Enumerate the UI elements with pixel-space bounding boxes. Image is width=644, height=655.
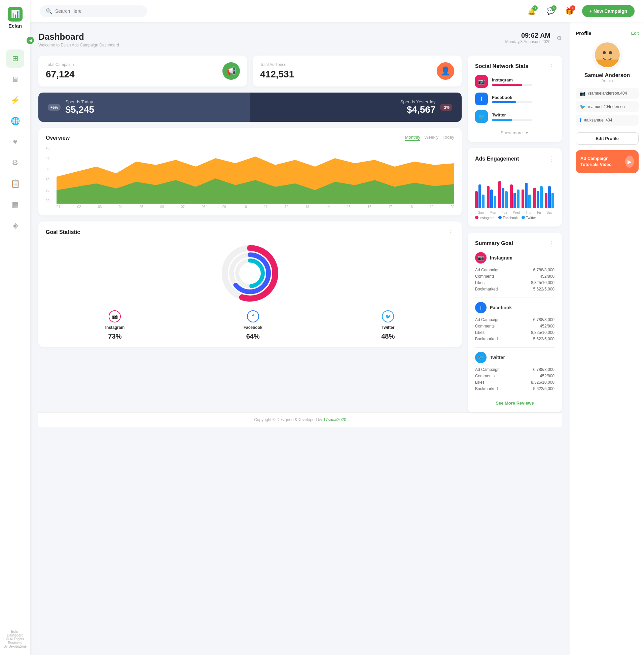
twitter-icon: 🐦 <box>475 110 488 123</box>
avatar-wrap <box>576 41 639 68</box>
sidebar-footer-by: By DexignZone <box>3 645 28 648</box>
show-more-btn[interactable]: Show more ▼ <box>475 128 554 135</box>
social-row-instagram: 📷 Instagram <box>475 75 554 88</box>
sidebar-item-heart[interactable]: ♥ <box>6 133 24 151</box>
sidebar-footer: Eclan Dashboard © All Rights Reserved By… <box>0 630 30 648</box>
profile-edit-link[interactable]: Edit <box>631 31 639 36</box>
right-panel: Profile Edit Samuel Anderson Admin <box>570 22 644 655</box>
summary-facebook-row: f Facebook <box>475 302 554 313</box>
bar-sat-tw <box>551 193 554 208</box>
donut-legend: 📷 Instagram 73% f Facebook 64% 🐦 <box>46 310 454 340</box>
ads-engagement-menu-btn[interactable]: ⋮ <box>548 155 554 163</box>
total-audience-card: Total Audience 412,531 👤 <box>253 55 462 87</box>
handle-instagram-icon: 📷 <box>580 91 585 96</box>
sidebar-item-dashboard[interactable]: ⊞ <box>6 49 24 68</box>
sidebar-item-clipboard[interactable]: 📋 <box>6 175 24 193</box>
bar-sat-ig <box>545 193 547 208</box>
social-row-facebook: f Facebook <box>475 93 554 105</box>
facebook-progress-wrap <box>492 101 532 103</box>
spend-yesterday-block: Spends Yesterday $4,567 -2% <box>400 99 452 115</box>
engagement-x-axis: SunMonTueWedThuFriSat <box>475 211 554 214</box>
topbar: 🔍 🔔 12 💬 5 🎁 2 + New Campaign <box>30 0 644 22</box>
search-input[interactable] <box>55 8 141 14</box>
notification-gift-btn[interactable]: 🎁 2 <box>563 5 576 18</box>
svg-rect-9 <box>595 60 620 67</box>
twitter-name: Twitter <box>492 112 554 117</box>
legend-ig: Instagram <box>475 216 494 220</box>
legend-facebook: f Facebook 64% <box>244 310 262 340</box>
sidebar-item-filter[interactable]: ⚡ <box>6 91 24 109</box>
sidebar-footer-title: Eclan Dashboard <box>3 630 28 637</box>
legend-twitter-icon: 🐦 <box>382 310 394 322</box>
summary-ig-icon: 📷 <box>475 252 486 264</box>
social-stats-title: Social Network Stats <box>475 63 528 69</box>
footer-text: Copyright © Designed &Developed by <box>254 417 323 422</box>
total-campaign-card: Total Campaign 67,124 📢 <box>38 55 247 87</box>
spend-today-label: Spends Today <box>65 99 94 104</box>
footer: Copyright © Designed &Developed by 17suc… <box>38 412 562 427</box>
profile-name: Samuel Anderson <box>576 72 639 78</box>
spend-today-badge: +5% <box>48 104 61 111</box>
instagram-icon: 📷 <box>475 75 488 88</box>
sidebar-item-grid[interactable]: ▦ <box>6 196 24 214</box>
sidebar-footer-rights: © All Rights Reserved <box>3 637 28 645</box>
bar-sun-tw <box>482 195 484 208</box>
goal-title: Goal Statistic <box>46 229 80 235</box>
bar-tue-fb <box>502 188 504 208</box>
bar-fri-ig <box>533 188 536 208</box>
notification-message-btn[interactable]: 💬 5 <box>545 5 557 18</box>
bar-mon-tw <box>493 196 496 208</box>
legend-instagram-name: Instagram <box>105 325 124 330</box>
summary-fb-likes: Likes 8,325/10,000 <box>475 330 554 335</box>
social-row-twitter: 🐦 Twitter <box>475 110 554 123</box>
legend-facebook-name: Facebook <box>244 325 262 330</box>
facebook-progress-bar <box>492 101 516 103</box>
page-subtitle: Welcome to Eclan Ads Campaign Dashboard <box>38 43 119 47</box>
bar-tue-ig <box>498 181 501 208</box>
sidebar-item-monitor[interactable]: 🖥 <box>6 70 24 89</box>
footer-link[interactable]: 17sucai2020 <box>323 417 346 422</box>
total-campaign-label: Total Campaign <box>46 62 75 67</box>
ads-engagement-card: Ads Engagement ⋮ <box>468 148 562 227</box>
campaign-icon: 📢 <box>223 62 240 80</box>
summary-goal-menu-btn[interactable]: ⋮ <box>548 239 554 247</box>
ad-campaign-play-btn[interactable]: ▶ <box>625 156 634 167</box>
tab-weekly[interactable]: Weekly <box>424 135 438 141</box>
see-more-reviews-button[interactable]: See More Reviews <box>475 397 554 406</box>
notification-bell-btn[interactable]: 🔔 12 <box>526 5 538 18</box>
sidebar-item-globe[interactable]: 🌐 <box>6 112 24 130</box>
summary-tw-name: Twitter <box>490 355 505 360</box>
settings-gear-button[interactable]: ⚙ <box>556 34 562 42</box>
spend-yesterday-label: Spends Yesterday <box>400 99 436 104</box>
legend-twitter-name: Twitter <box>382 325 394 330</box>
search-box[interactable]: 🔍 <box>40 5 147 17</box>
new-campaign-button[interactable]: + New Campaign <box>582 5 635 17</box>
tab-monthly[interactable]: Monthly <box>405 135 420 141</box>
sidebar-item-settings[interactable]: ⚙ <box>6 154 24 172</box>
bar-group-sat <box>545 186 554 208</box>
tab-today[interactable]: Today <box>442 135 454 141</box>
summary-ig-bookmarked: Bookmarked 5,622/5,000 <box>475 287 554 292</box>
goal-menu-btn[interactable]: ⋮ <box>447 228 454 236</box>
summary-facebook-section: f Facebook Ad Campaign 6,788/8,000 Comme… <box>475 302 554 341</box>
edit-profile-button[interactable]: Edit Profile <box>576 132 639 145</box>
svg-point-8 <box>609 51 612 54</box>
bar-mon-ig <box>487 186 489 208</box>
legend-twitter: 🐦 Twitter 48% <box>381 310 395 340</box>
summary-fb-bookmarked: Bookmarked 5,622/5,000 <box>475 337 554 341</box>
overview-title: Overview <box>46 135 70 141</box>
overview-chart-header: Overview Monthly Weekly Today <box>46 135 454 141</box>
sidebar: 📊 Eclan ◀ ⊞ 🖥 ⚡ 🌐 ♥ ⚙ 📋 ▦ ◈ Eclan Dashbo… <box>0 0 30 655</box>
total-audience-value: 412,531 <box>260 69 294 80</box>
sidebar-item-layers[interactable]: ◈ <box>6 217 24 234</box>
logo-text: Eclan <box>8 23 22 29</box>
legend-tw: Twitter <box>522 216 536 220</box>
sidebar-collapse-btn[interactable]: ◀ <box>27 37 34 44</box>
engagement-chart <box>475 167 554 208</box>
social-stats-menu-btn[interactable]: ⋮ <box>548 62 554 70</box>
profile-header: Profile Edit <box>576 30 639 36</box>
handle-twitter-value: /samuel.404nderson <box>588 104 625 109</box>
handle-instagram: 📷 /samuelanderson.404 <box>576 88 639 98</box>
profile-role: Admin <box>576 78 639 83</box>
bar-group-tue <box>498 181 508 208</box>
